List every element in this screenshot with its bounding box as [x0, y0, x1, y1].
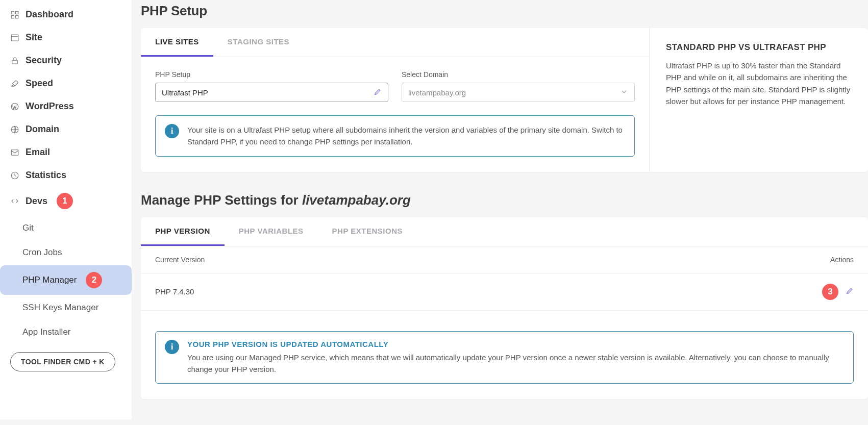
manage-tabs: PHP VERSION PHP VARIABLES PHP EXTENSIONS — [141, 217, 868, 246]
sidebar-sub-php-manager[interactable]: PHP Manager 2 — [0, 265, 132, 295]
php-setup-field: PHP Setup Ultrafast PHP — [155, 70, 388, 102]
current-version-value: PHP 7.4.30 — [155, 287, 194, 296]
manage-title-domain: livetampabay.org — [302, 192, 411, 208]
sidebar-item-security[interactable]: Security — [0, 49, 132, 72]
manage-section-title: Manage PHP Settings for livetampabay.org — [141, 192, 868, 208]
sidebar-sub-app-installer[interactable]: App Installer — [0, 320, 132, 344]
actions-cell: 3 — [819, 284, 854, 300]
select-domain-field: Select Domain livetampabay.org — [402, 70, 635, 102]
step-badge-3: 3 — [822, 284, 838, 300]
main-content: PHP Setup LIVE SITES STAGING SITES PHP S… — [132, 0, 868, 419]
svg-point-7 — [11, 103, 18, 110]
setup-panel-main: LIVE SITES STAGING SITES PHP Setup Ultra… — [141, 28, 650, 172]
info-icon: i — [165, 340, 179, 354]
rocket-icon — [10, 79, 19, 88]
svg-rect-1 — [16, 11, 18, 14]
side-text: Ultrafast PHP is up to 30% faster than t… — [666, 60, 852, 107]
lock-icon — [10, 56, 19, 65]
sidebar-item-label: Statistics — [26, 170, 66, 181]
col-current-version: Current Version — [155, 256, 205, 264]
tab-php-extensions[interactable]: PHP EXTENSIONS — [318, 217, 417, 246]
select-domain-label: Select Domain — [402, 70, 635, 79]
step-badge-1: 1 — [57, 193, 73, 209]
tab-php-version[interactable]: PHP VERSION — [141, 217, 225, 246]
svg-rect-0 — [11, 11, 14, 14]
setup-tabs: LIVE SITES STAGING SITES — [141, 28, 649, 57]
info-icon: i — [165, 124, 179, 138]
php-setup-select[interactable]: Ultrafast PHP — [155, 83, 388, 102]
sidebar-item-label: Dashboard — [26, 9, 73, 20]
sidebar-item-wordpress[interactable]: WordPress — [0, 95, 132, 118]
tool-finder-button[interactable]: TOOL FINDER CMD + K — [10, 352, 115, 371]
php-setup-label: PHP Setup — [155, 70, 388, 79]
sidebar-item-label: Devs — [26, 196, 47, 207]
manage-title-prefix: Manage PHP Settings for — [141, 192, 302, 208]
globe-icon — [10, 125, 19, 134]
step-badge-2: 2 — [86, 272, 102, 288]
sidebar-sub-cron-jobs[interactable]: Cron Jobs — [0, 241, 132, 264]
svg-rect-6 — [12, 60, 18, 64]
sidebar-item-devs[interactable]: Devs 1 — [0, 187, 132, 215]
sidebar-item-label: Site — [26, 32, 42, 43]
sidebar-sub-git[interactable]: Git — [0, 216, 132, 240]
auto-update-banner: i YOUR PHP VERSION IS UPDATED AUTOMATICA… — [155, 331, 854, 384]
tab-php-variables[interactable]: PHP VARIABLES — [225, 217, 318, 246]
select-domain-select[interactable]: livetampabay.org — [402, 83, 635, 102]
edit-version-button[interactable] — [846, 287, 854, 296]
clock-icon — [10, 171, 19, 180]
manage-panel: PHP VERSION PHP VARIABLES PHP EXTENSIONS… — [141, 217, 868, 399]
php-setup-panel: LIVE SITES STAGING SITES PHP Setup Ultra… — [141, 28, 868, 172]
pencil-icon[interactable] — [374, 88, 382, 97]
version-table-header: Current Version Actions — [141, 246, 868, 273]
sidebar-sub-label: SSH Keys Manager — [22, 303, 98, 313]
auto-update-text: You are using our Managed PHP service, w… — [187, 352, 844, 376]
svg-rect-3 — [16, 15, 18, 18]
svg-rect-10 — [11, 149, 18, 155]
sidebar-item-domain[interactable]: Domain — [0, 118, 132, 141]
auto-update-title: YOUR PHP VERSION IS UPDATED AUTOMATICALL… — [187, 340, 844, 348]
setup-panel-side: STANDARD PHP VS ULTRAFAST PHP Ultrafast … — [650, 28, 868, 172]
sidebar-sub-label: Cron Jobs — [22, 247, 62, 258]
page-title: PHP Setup — [141, 3, 868, 19]
mail-icon — [10, 148, 19, 157]
sidebar-sub-label: Git — [22, 223, 34, 233]
php-setup-value: Ultrafast PHP — [162, 88, 208, 97]
sidebar-item-dashboard[interactable]: Dashboard — [0, 3, 132, 26]
sidebar-item-statistics[interactable]: Statistics — [0, 164, 132, 187]
sidebar-item-label: Security — [26, 55, 62, 66]
sidebar-item-label: Email — [26, 147, 50, 158]
select-domain-value: livetampabay.org — [408, 88, 466, 97]
version-table-row: PHP 7.4.30 3 — [141, 273, 868, 311]
dashboard-icon — [10, 10, 19, 19]
ultrafast-info-banner: i Your site is on a Ultrafast PHP setup … — [155, 115, 635, 157]
sidebar-item-label: Domain — [26, 124, 59, 135]
sidebar: Dashboard Site Security Speed WordPress … — [0, 0, 132, 419]
tab-live-sites[interactable]: LIVE SITES — [141, 28, 213, 57]
sidebar-item-email[interactable]: Email — [0, 141, 132, 164]
ultrafast-info-text: Your site is on a Ultrafast PHP setup wh… — [187, 124, 625, 148]
code-icon — [10, 196, 19, 206]
chevron-down-icon — [620, 88, 628, 97]
side-title: STANDARD PHP VS ULTRAFAST PHP — [666, 42, 852, 53]
sidebar-sub-ssh-keys[interactable]: SSH Keys Manager — [0, 296, 132, 319]
svg-rect-4 — [11, 35, 18, 41]
wordpress-icon — [10, 102, 19, 111]
sidebar-sub-label: App Installer — [22, 327, 71, 337]
sidebar-item-label: Speed — [26, 78, 53, 89]
sidebar-item-speed[interactable]: Speed — [0, 72, 132, 95]
sidebar-item-label: WordPress — [26, 101, 74, 112]
tab-staging-sites[interactable]: STAGING SITES — [213, 28, 304, 57]
svg-rect-2 — [11, 15, 14, 18]
sidebar-sub-label: PHP Manager — [22, 275, 77, 285]
sidebar-item-site[interactable]: Site — [0, 26, 132, 49]
col-actions: Actions — [830, 256, 854, 264]
browser-icon — [10, 33, 19, 42]
